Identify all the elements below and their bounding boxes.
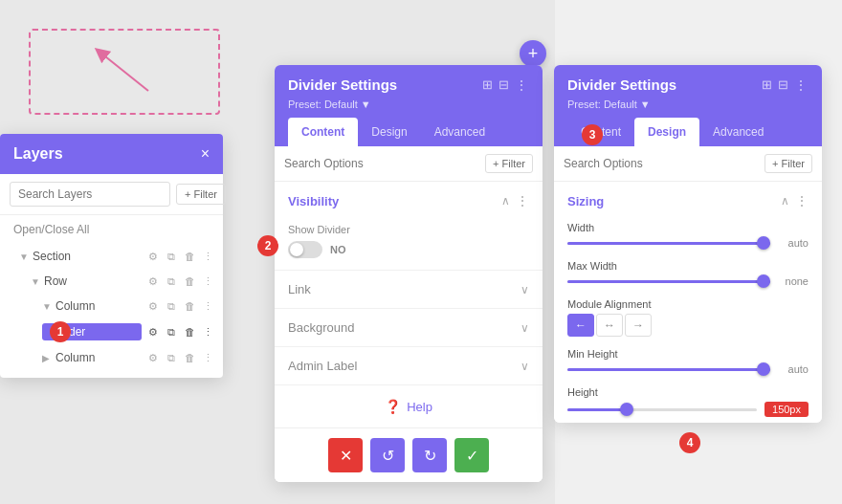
background-section-right: ∨ — [521, 321, 529, 335]
badge-2: 2 — [257, 235, 278, 256]
plus-button[interactable]: + — [520, 40, 546, 67]
sizing-chevron-up[interactable]: ∧ — [781, 194, 789, 208]
link-section[interactable]: Link ∨ — [275, 271, 543, 309]
left-panel-header-icons: ⊞ ⊟ ⋮ — [482, 77, 529, 93]
visibility-more-icon[interactable]: ⋮ — [516, 193, 529, 208]
layers-filter-button[interactable]: + Filter — [176, 184, 226, 205]
layer-item-column-1[interactable]: ▼ Column ⚙ ⧉ 🗑 ⋮ — [0, 294, 223, 318]
width-slider-fill — [567, 242, 770, 245]
right-panel-filter-button[interactable]: + Filter — [764, 154, 812, 173]
layers-search-input[interactable] — [10, 182, 170, 207]
layer-toggle-row: ▼ — [31, 276, 40, 286]
left-panel-expand-icon[interactable]: ⊞ — [482, 77, 493, 92]
layer-settings-icon-section[interactable]: ⚙ — [145, 249, 161, 264]
layer-delete-icon-column-1[interactable]: 🗑 — [182, 298, 197, 314]
height-slider[interactable] — [567, 408, 757, 411]
visibility-title: Visibility — [288, 194, 339, 208]
left-panel-filter-button[interactable]: + Filter — [485, 154, 533, 173]
show-divider-toggle[interactable] — [288, 241, 322, 258]
layer-item-row[interactable]: ▼ Row ⚙ ⧉ 🗑 ⋮ — [0, 269, 223, 294]
right-panel-more-icon[interactable]: ⋮ — [794, 77, 809, 93]
redo-button[interactable]: ↻ — [412, 438, 447, 472]
left-panel-title-row: Divider Settings ⊞ ⊟ ⋮ — [288, 77, 529, 93]
right-tab-advanced[interactable]: Advanced — [699, 118, 777, 146]
layer-delete-icon-column-2[interactable]: 🗑 — [182, 350, 197, 365]
layer-copy-icon-column-2[interactable]: ⧉ — [164, 350, 179, 365]
background-section-label: Background — [288, 320, 354, 335]
left-tab-advanced[interactable]: Advanced — [421, 118, 499, 146]
layer-actions-column-2: ⚙ ⧉ 🗑 ⋮ — [145, 350, 215, 365]
layer-more-icon-column-1[interactable]: ⋮ — [200, 298, 215, 314]
width-field-label: Width — [567, 222, 809, 233]
admin-label-section[interactable]: Admin Label ∨ — [275, 347, 543, 385]
layer-delete-icon-section[interactable]: 🗑 — [182, 249, 197, 264]
layer-actions-column-1: ⚙ ⧉ 🗑 ⋮ — [145, 298, 215, 314]
right-settings-panel: Divider Settings ⊞ ⊟ ⋮ Preset: Default ▼… — [554, 65, 822, 423]
cancel-button[interactable]: ✕ — [328, 438, 363, 472]
sizing-header: Sizing ∧ ⋮ — [554, 182, 822, 216]
layer-item-section[interactable]: ▼ Section ⚙ ⧉ 🗑 ⋮ — [0, 244, 223, 269]
sizing-header-controls: ∧ ⋮ — [781, 193, 809, 208]
layer-copy-icon-column-1[interactable]: ⧉ — [164, 298, 179, 314]
align-right-button[interactable]: → — [625, 314, 652, 337]
align-left-button[interactable]: ← — [567, 314, 594, 337]
module-alignment-field-row: Module Alignment ← ↔ → — [554, 293, 822, 342]
min-height-slider[interactable] — [567, 368, 770, 371]
layer-delete-icon-divider[interactable]: 🗑 — [182, 324, 197, 340]
layers-open-close-all[interactable]: Open/Close All — [0, 215, 223, 244]
right-panel-search-row: + Filter — [554, 146, 822, 182]
sizing-section: Sizing ∧ ⋮ Width auto — [554, 182, 822, 423]
layer-actions-divider: ⚙ ⧉ 🗑 ⋮ — [145, 324, 215, 340]
link-section-right: ∨ — [521, 283, 529, 296]
layer-settings-icon-column-1[interactable]: ⚙ — [145, 298, 161, 314]
module-alignment-control: ← ↔ → — [567, 314, 809, 337]
min-height-field-control: auto — [567, 363, 809, 375]
height-field-control: 150px — [567, 402, 809, 417]
visibility-chevron-up[interactable]: ∧ — [501, 194, 510, 208]
layer-more-icon-section[interactable]: ⋮ — [200, 249, 215, 264]
left-panel-collapse-icon[interactable]: ⊟ — [499, 77, 509, 92]
right-panel-expand-icon[interactable]: ⊞ — [762, 77, 772, 92]
left-panel-tabs: Content Design Advanced — [288, 118, 529, 146]
layer-copy-icon-section[interactable]: ⧉ — [164, 249, 179, 264]
left-settings-panel: Divider Settings ⊞ ⊟ ⋮ Preset: Default ▼… — [275, 65, 543, 482]
left-panel-preset[interactable]: Preset: Default ▼ — [288, 99, 529, 110]
layer-more-icon-column-2[interactable]: ⋮ — [200, 350, 215, 365]
layer-delete-icon-row[interactable]: 🗑 — [182, 274, 197, 289]
align-center-button[interactable]: ↔ — [596, 314, 623, 337]
right-panel-search-input[interactable] — [564, 157, 759, 170]
layer-settings-icon-row[interactable]: ⚙ — [145, 274, 161, 289]
layers-close-button[interactable]: × — [201, 145, 210, 163]
left-panel-search-input[interactable] — [284, 157, 479, 170]
left-tab-design[interactable]: Design — [358, 118, 420, 146]
width-slider[interactable] — [567, 242, 770, 245]
save-button[interactable]: ✓ — [454, 438, 489, 472]
right-panel-preset[interactable]: Preset: Default ▼ — [567, 99, 809, 110]
undo-button[interactable]: ↺ — [370, 438, 405, 472]
layer-item-column-2[interactable]: ▶ Column ⚙ ⧉ 🗑 ⋮ — [0, 345, 223, 370]
layer-more-icon-divider[interactable]: ⋮ — [200, 324, 215, 340]
admin-label-chevron-icon: ∨ — [521, 360, 529, 373]
layer-copy-icon-divider[interactable]: ⧉ — [164, 324, 179, 340]
layer-copy-icon-row[interactable]: ⧉ — [164, 274, 179, 289]
left-tab-content[interactable]: Content — [288, 118, 358, 146]
help-row[interactable]: ❓ Help — [275, 385, 543, 427]
left-panel-more-icon[interactable]: ⋮ — [515, 77, 529, 93]
layer-settings-icon-column-2[interactable]: ⚙ — [145, 350, 161, 365]
sizing-more-icon[interactable]: ⋮ — [795, 193, 809, 208]
max-width-slider[interactable] — [567, 280, 770, 283]
width-field-value: auto — [778, 237, 809, 249]
height-slider-fill — [567, 408, 624, 411]
layer-tree: ▼ Section ⚙ ⧉ 🗑 ⋮ ▼ Row ⚙ ⧉ 🗑 ⋮ ▼ Column — [0, 244, 223, 378]
visibility-header: Visibility ∧ ⋮ — [275, 182, 543, 216]
right-tab-design[interactable]: Design — [634, 118, 699, 146]
help-label: Help — [407, 400, 432, 414]
layer-more-icon-row[interactable]: ⋮ — [200, 274, 215, 289]
layers-panel: Layers × + Filter Open/Close All ▼ Secti… — [0, 134, 223, 378]
right-panel-collapse-icon[interactable]: ⊟ — [778, 77, 788, 92]
svg-line-1 — [100, 53, 148, 91]
sizing-title: Sizing — [567, 194, 604, 208]
layer-item-divider[interactable]: Divider ⚙ ⧉ 🗑 ⋮ — [0, 318, 223, 345]
layer-settings-icon-divider[interactable]: ⚙ — [145, 324, 161, 340]
background-section[interactable]: Background ∨ — [275, 309, 543, 347]
